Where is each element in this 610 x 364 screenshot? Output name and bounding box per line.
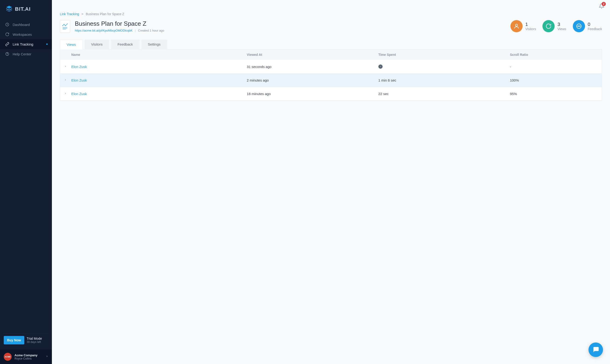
dashboard-icon <box>5 22 9 27</box>
views-table: Name Viewed At Time Spent Scroll Ratio E… <box>60 50 602 101</box>
feedback-icon <box>573 20 585 32</box>
svg-point-6 <box>67 24 68 24</box>
tabs: Views Visitors Feedback Settings <box>60 39 602 50</box>
buy-now-button[interactable]: Buy Now <box>4 336 24 344</box>
stat-number: 1 <box>525 22 536 27</box>
created-timestamp: Created 1 hour ago <box>138 29 164 32</box>
sidebar-item-link-tracking[interactable]: Link Tracking <box>0 39 52 49</box>
sidebar-item-dashboard[interactable]: Dashboard <box>0 20 52 29</box>
tab-views[interactable]: Views <box>60 39 83 50</box>
views-icon <box>543 20 555 32</box>
cell-scroll: - <box>510 65 598 69</box>
cell-name[interactable]: Elon Zusk <box>71 78 247 82</box>
trial-mode-label: Trial Mode <box>27 337 42 340</box>
svg-point-14 <box>580 26 580 26</box>
th-viewed: Viewed At <box>247 53 378 57</box>
visitors-icon <box>510 20 523 32</box>
table-row: Elon Zusk 31 seconds ago - <box>60 60 602 74</box>
brand-text: BIT.AI <box>15 6 31 12</box>
stat-number: 3 <box>557 22 566 27</box>
cell-viewed: 18 minutes ago <box>247 92 378 96</box>
page-header: Business Plan for Space Z https://acme.b… <box>60 20 602 33</box>
cell-scroll: 100% <box>510 78 598 82</box>
th-scroll: Scroll Ratio <box>510 53 598 57</box>
sidebar: BIT.AI Dashboard Workspaces Link Trackin… <box>0 0 52 364</box>
breadcrumb: Link Tracking > Business Plan for Space … <box>60 12 602 16</box>
tab-settings[interactable]: Settings <box>141 39 167 50</box>
svg-point-3 <box>62 26 63 26</box>
user-company: Acme Company <box>14 353 43 357</box>
page-title: Business Plan for Space Z <box>75 20 506 27</box>
cell-viewed: 31 seconds ago <box>247 65 378 69</box>
link-icon <box>5 42 9 46</box>
logo[interactable]: BIT.AI <box>0 0 52 20</box>
svg-point-4 <box>64 24 65 25</box>
th-name: Name <box>71 53 247 57</box>
active-indicator-dot <box>46 43 48 45</box>
cell-scroll: 95% <box>510 92 598 96</box>
stat-number: 0 <box>588 22 602 27</box>
breadcrumb-separator: > <box>81 12 83 16</box>
separator: | <box>135 29 135 32</box>
sidebar-item-label: Workspaces <box>13 32 32 37</box>
cell-time: 1 min 6 sec <box>378 78 510 82</box>
cell-name[interactable]: Elon Zusk <box>71 65 247 69</box>
notifications-button[interactable]: 2 <box>599 3 604 10</box>
table-row: Elon Zusk 18 minutes ago 22 sec 95% <box>60 87 602 101</box>
notification-badge: 2 <box>602 2 606 6</box>
bell-icon <box>599 6 604 10</box>
cell-time <box>378 65 510 69</box>
user-box[interactable]: ACME Acme Company Royce Collins <box>0 350 52 364</box>
expand-row-button[interactable] <box>64 92 71 96</box>
topbar: 2 <box>52 0 610 10</box>
main: 2 Link Tracking > Business Plan for Spac… <box>52 0 610 364</box>
clock-icon <box>378 65 383 69</box>
table-header: Name Viewed At Time Spent Scroll Ratio <box>60 50 602 60</box>
table-row: Elon Zusk 2 minutes ago 1 min 6 sec 100% <box>60 74 602 87</box>
sidebar-item-workspaces[interactable]: Workspaces <box>0 29 52 39</box>
cell-name[interactable]: Elon Zusk <box>71 92 247 96</box>
trial-box: Buy Now Trial Mode 39 days left <box>3 333 49 347</box>
trial-days-left: 39 days left <box>27 340 42 344</box>
sidebar-item-help-center[interactable]: Help Center <box>0 49 52 59</box>
expand-row-button[interactable] <box>64 78 71 82</box>
user-name: Royce Collins <box>14 357 43 360</box>
stat-views: 3 Views <box>543 20 566 32</box>
svg-point-5 <box>65 26 66 26</box>
sidebar-item-label: Link Tracking <box>13 42 33 46</box>
stats-row: 1 Visitors 3 Views <box>510 20 602 32</box>
stat-feedback: 0 Feedback <box>573 20 602 32</box>
svg-point-10 <box>515 24 517 26</box>
chevron-right-icon <box>46 355 48 359</box>
chat-icon <box>592 346 599 354</box>
document-url[interactable]: https://acme.bit.ai/pl/KpoMbcpOMODlcqbK <box>75 29 133 32</box>
svg-point-13 <box>578 26 579 26</box>
stat-visitors: 1 Visitors <box>510 20 536 32</box>
document-icon <box>60 20 70 33</box>
th-time: Time Spent <box>378 53 510 57</box>
stat-label: Views <box>557 27 566 31</box>
expand-row-button[interactable] <box>64 65 71 69</box>
tab-feedback[interactable]: Feedback <box>111 39 140 50</box>
stat-label: Feedback <box>588 27 602 31</box>
tab-visitors[interactable]: Visitors <box>85 39 109 50</box>
logo-icon <box>6 5 13 13</box>
chat-fab-button[interactable] <box>588 342 603 357</box>
sidebar-item-label: Help Center <box>13 52 31 56</box>
stat-label: Visitors <box>525 27 536 31</box>
svg-point-12 <box>578 26 578 26</box>
user-avatar: ACME <box>4 353 12 361</box>
help-icon <box>5 52 9 56</box>
breadcrumb-root[interactable]: Link Tracking <box>60 12 79 16</box>
sidebar-item-label: Dashboard <box>13 23 30 27</box>
cell-time: 22 sec <box>378 92 510 96</box>
breadcrumb-current: Business Plan for Space Z <box>86 12 124 16</box>
cell-viewed: 2 minutes ago <box>247 78 378 82</box>
sidebar-nav: Dashboard Workspaces Link Tracking Help … <box>0 20 52 331</box>
refresh-icon <box>5 32 9 37</box>
